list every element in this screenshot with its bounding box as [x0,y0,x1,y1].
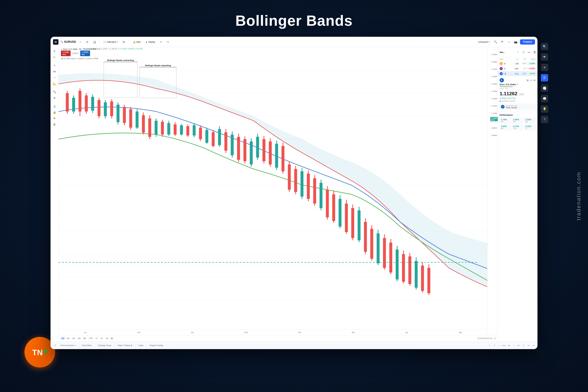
draw-line-icon[interactable]: / [487,343,492,348]
tf-1m[interactable]: 1M [71,337,76,340]
draw-tool[interactable]: ✏ [52,54,57,60]
replay-btn[interactable]: ⏵ Replay [144,40,157,44]
strategy-tester-tab[interactable]: Strategy Tester [96,344,113,347]
draw-fib-icon[interactable]: ≋ [507,343,511,348]
star-icon[interactable]: ★ [52,343,58,348]
news-icon: N [501,105,504,108]
fib-tool[interactable]: ⋈ [52,69,57,74]
draw-arrow-icon[interactable]: → [512,343,516,348]
tab-divider2 [95,344,95,347]
side-label: tradenation.com [576,172,582,220]
left-toolbar: ✛ ✏ ≡ ⋈ ⌖ 📐 🔍 ⊕ ⚓ 🔒 👁 🗑 [50,47,58,342]
redo-btn[interactable]: ↪ [165,40,170,44]
chevron-icon: ▾ [117,41,118,43]
right-panel: Wat... ＋ 🕐 ••• ☰ Sym La: Ch Chg% G G 1.3… [498,47,538,342]
watchlist-row-e[interactable]: E ● E 1.11 0.00 0.37% [498,71,538,76]
eye-tool[interactable]: 👁 [52,116,57,121]
perf-6m: 2.84% 6M [500,124,511,130]
more-detail-icon[interactable]: ••• [533,79,536,82]
redo-draw-icon[interactable]: ↪ [531,343,536,348]
watchlist-row-g[interactable]: G G 1.30 0.00 0.34% [498,61,538,66]
side-search-icon[interactable]: 🔍 [541,43,548,50]
clock-icon[interactable]: 🕐 [521,50,526,54]
tab-divider [79,344,79,347]
watchlist-header: Wat... ＋ 🕐 ••• ☰ [498,47,538,58]
news-arrow-icon: › [520,105,520,108]
anchor-tool[interactable]: ⚓ [52,103,57,109]
indicators-btn[interactable]: 📈 Indicators ▾ [102,40,120,44]
zoom-tool[interactable]: 🔍 [52,89,57,95]
search-btn[interactable]: 🔍 [493,40,498,44]
tf-1d[interactable]: 1D [60,337,66,340]
side-watchlist-icon[interactable]: ☰ [541,74,548,82]
undo-draw-icon[interactable]: ↩ [526,343,531,348]
lines-tool[interactable]: ≡ [52,63,57,68]
add-watchlist-btn[interactable]: ＋ [516,50,520,54]
eye-btn[interactable]: 👁 [500,40,505,44]
perf-3m: 2.50% 3M [524,118,536,124]
fullscreen-btn[interactable]: ⤢ [506,40,512,44]
pine-editor-tab[interactable]: Pine Editor [80,344,94,347]
magnifier-tool[interactable]: ⊕ [52,95,57,101]
time-settings-icon[interactable]: ⊙ [494,337,496,340]
perf-1w: 1.78% 1W [500,118,511,124]
alert-btn[interactable]: 🔔 Alert [132,40,142,44]
tf-1y[interactable]: 1Y [94,337,99,340]
edit-icon[interactable]: ✏ [530,79,532,82]
tf-all[interactable]: All [104,337,109,340]
layout-btn[interactable]: ⊞ [122,40,126,44]
more-icon[interactable]: ••• [527,50,531,54]
crosshair-tool[interactable]: ✛ [52,48,57,54]
draw-pencil-icon[interactable]: ✏ [517,343,521,348]
chart-area[interactable]: ● Euro / U.S. Dollar · 1D · TRADENATION … [58,47,498,342]
tf-6m[interactable]: 6M [82,337,87,340]
wl-icon-e: E [500,72,503,75]
chart-type-btn[interactable]: 📊 [92,40,97,44]
side-clock-icon[interactable]: 🕐 [541,84,548,92]
draw-ray-icon[interactable]: ↗ [492,343,496,348]
draw-segment-icon[interactable]: ⟺ [502,343,506,348]
chart-layout-btn[interactable]: ⊞ [111,337,113,340]
trash-tool[interactable]: 🗑 [52,122,57,127]
detail-name: Euro / U.S. Dollar ↗ [500,83,536,86]
watchlist-row-u[interactable]: U U 145. -1.2 -0.85% [498,66,538,71]
detail-icon: E. [500,78,504,82]
tf-ytd[interactable]: YTD [88,337,94,340]
measure-tool[interactable]: 📐 [52,81,57,86]
tf-5d[interactable]: 5D [66,337,71,340]
bottom-toolbar: ★ Forex Screener ▾ Pine Editor Strategy … [50,342,538,349]
symbol-display[interactable]: 🔍 EURUSD [60,40,76,44]
tf-3m[interactable]: 3M [76,337,82,340]
unnamed-btn[interactable]: Unnamed ▾ [477,40,492,44]
tab-divider5 [146,344,147,347]
price-scale: 1.19000 1.18000 1.17000 1.16000 1.15000 … [487,47,498,342]
side-eye-icon[interactable]: 👁 [541,53,548,61]
add-symbol-btn[interactable]: ＋ [78,40,83,44]
news-item[interactable]: N 15 minutes ago · Dollar slumps... › [500,104,536,110]
detail-header: E. ⊞ ✏ ••• [500,78,536,82]
publish-button[interactable]: Publish [520,39,535,44]
timeframe-btn[interactable]: D [84,40,90,44]
detail-change: 0.00411 (0.37%) [500,97,536,100]
lock-tool[interactable]: 🔒 [52,110,57,115]
watchlist-view-icon[interactable]: ☰ [534,51,536,54]
draw-rect-icon[interactable]: □ [522,343,526,348]
pattern-tool[interactable]: ⌖ [52,75,57,80]
replay-trading-tab[interactable]: Replay Trading [148,344,165,347]
topbar: M 🔍 EURUSD ＋ D 📊 📈 Indicators ▾ ⊞ 🔔 Aler… [50,37,538,47]
grid-icon[interactable]: ⊞ [526,79,528,82]
tf-5y[interactable]: 5Y [100,337,104,340]
detail-panel: E. ⊞ ✏ ••• Euro / U.S. Dollar ↗ TRADENAT… [498,76,538,112]
camera-btn[interactable]: 📷 [513,40,518,44]
undo-btn[interactable]: ↩ [158,40,164,44]
side-help-icon[interactable]: ? [541,116,548,123]
side-layers-icon[interactable]: ≡ [541,64,548,71]
performance-section: Performance 1.78% 1W 2.09% 1M 2.50% 3M [498,112,538,132]
side-idea-icon[interactable]: 💡 [541,105,548,113]
forex-screener-tab[interactable]: Forex Screener ▾ [58,344,78,347]
trade-tab[interactable]: Trade [136,344,145,347]
side-chat-icon[interactable]: 💬 [541,95,548,102]
draw-horizontal-icon[interactable]: — [497,343,501,348]
timeframe-bar: 1D 5D 1M 3M 6M YTD 1Y 5Y All ⊞ 22:13:04 … [58,335,498,342]
paper-trading-tab[interactable]: Paper Trading [116,344,134,347]
